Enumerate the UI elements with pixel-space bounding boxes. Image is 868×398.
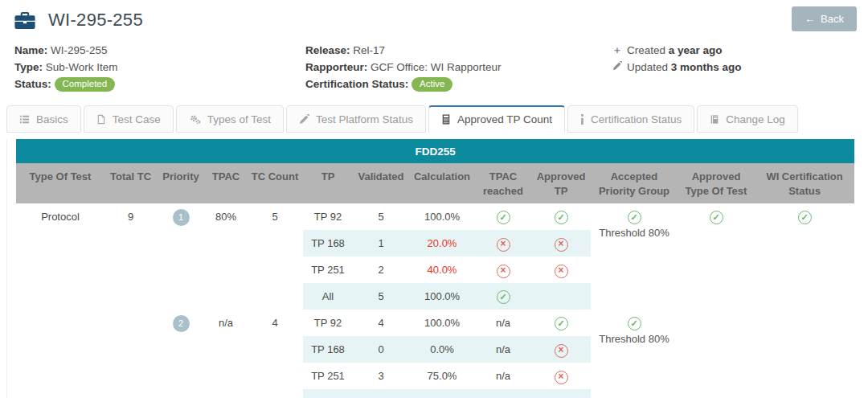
cell-calculation: 100.0% — [409, 310, 475, 336]
col-calculation: Calculation — [409, 163, 475, 203]
back-button[interactable]: ← Back — [792, 6, 857, 31]
cell-validated: 5 — [353, 203, 409, 230]
col-total-tc: Total TC — [104, 163, 157, 203]
na-text: n/a — [496, 370, 510, 382]
cell-priority: 2 — [157, 310, 205, 398]
metadata-column-middle: Release: Rel-17 Rapporteur: GCF Office: … — [305, 42, 611, 92]
status-badge: Completed — [55, 77, 116, 92]
cell-priority: 1 — [157, 203, 205, 310]
tab-label: Types of Test — [207, 113, 271, 125]
tab-approved-tp-count[interactable]: Approved TP Count — [428, 105, 565, 133]
check-circle-icon: ✓ — [497, 211, 510, 224]
cell-validated: 2 — [353, 256, 409, 283]
cell-wi-certification-status: ✓ — [755, 203, 854, 398]
col-priority: Priority — [157, 163, 205, 203]
cell-tpac-reached: × — [475, 230, 531, 256]
fdd-band-title: FDD255 — [16, 139, 854, 163]
threshold-label: Threshold 80% — [594, 333, 674, 345]
tab-label: Test Case — [113, 113, 161, 125]
file-icon — [96, 114, 106, 125]
tab-test-platform-status[interactable]: Test Platform Status — [286, 105, 426, 133]
cell-validated: 4 — [353, 389, 409, 398]
col-tp: TP — [303, 163, 353, 203]
cell-tp: TP 92 — [303, 310, 353, 336]
cell-validated: 5 — [353, 283, 409, 310]
cross-circle-icon: × — [555, 344, 568, 358]
tab-test-case[interactable]: Test Case — [84, 105, 174, 133]
check-circle-icon: ✓ — [628, 211, 641, 224]
metadata-column-left: Name: WI-295-255 Type: Sub-Work Item Sta… — [14, 42, 305, 92]
field-rapporteur: Rapporteur: GCF Office: WI Rapporteur — [305, 59, 611, 76]
cell-tpac-reached: n/a — [475, 389, 531, 398]
tab-certification-status[interactable]: Certification Status — [567, 105, 694, 133]
cell-tpac: n/a — [205, 310, 247, 398]
cell-validated: 3 — [353, 363, 409, 389]
cell-tpac-reached: n/a — [475, 336, 531, 363]
priority-badge: 1 — [173, 209, 190, 226]
check-circle-icon: ✓ — [710, 211, 723, 224]
info-icon — [580, 114, 584, 125]
cell-approved-type-of-test: ✓ — [678, 203, 755, 398]
check-circle-icon: ✓ — [555, 317, 568, 330]
check-circle-icon: ✓ — [555, 211, 568, 224]
metadata-column-right: +Created a year ago Updated 3 months ago — [611, 42, 857, 92]
threshold-label: Threshold 80% — [594, 227, 674, 239]
cell-tc-count: 4 — [247, 310, 303, 398]
cell-approved-tp — [531, 283, 591, 310]
tab-label: Test Platform Status — [316, 113, 413, 125]
cell-tpac-reached: ✓ — [475, 203, 531, 230]
cell-tpac: 80% — [205, 203, 247, 310]
cell-calculation: 100.0% — [409, 203, 475, 230]
cell-tp: TP 251 — [303, 256, 353, 283]
tab-label: Approved TP Count — [457, 113, 552, 125]
cell-approved-tp: × — [531, 230, 591, 256]
field-status: Status: Completed — [14, 76, 305, 92]
field-type: Type: Sub-Work Item — [14, 59, 305, 76]
briefcase-icon — [14, 12, 35, 29]
tab-change-log[interactable]: Change Log — [697, 105, 798, 133]
cell-tpac-reached: n/a — [475, 310, 531, 336]
tab-basics[interactable]: Basics — [6, 105, 81, 133]
plus-icon: + — [611, 42, 624, 59]
col-type-of-test: Type Of Test — [16, 163, 104, 203]
field-updated: Updated 3 months ago — [611, 59, 857, 76]
cell-total-tc: 9 — [104, 203, 157, 398]
cell-tp: TP 168 — [303, 336, 353, 363]
field-certification-status: Certification Status: Active — [305, 76, 611, 92]
cell-calculation: 75.0% — [409, 363, 475, 389]
title-row: WI-295-255 ← Back — [0, 6, 868, 34]
tab-label: Change Log — [726, 113, 785, 125]
page-title: WI-295-255 — [48, 10, 143, 31]
check-circle-icon: ✓ — [628, 317, 641, 330]
book-icon — [710, 114, 719, 125]
cell-validated: 0 — [353, 336, 409, 363]
table-row: Protocol9180%5TP 925100.0%✓✓✓Threshold 8… — [16, 203, 854, 230]
check-circle-icon: ✓ — [798, 211, 812, 224]
na-text: n/a — [496, 343, 510, 355]
cell-tp: TP 168 — [303, 230, 353, 256]
cell-approved-tp: × — [531, 336, 591, 363]
approved-tp-count-table: FDD255Type Of TestTotal TCPriorityTPACTC… — [16, 139, 854, 398]
cell-calculation: 100.0% — [409, 283, 475, 310]
cross-circle-icon: × — [555, 371, 568, 384]
pencil-icon — [611, 59, 624, 76]
field-release: Release: Rel-17 — [305, 42, 611, 59]
cell-tp: All — [303, 283, 353, 310]
col-approved-type-of-test: Approved Type Of Test — [678, 163, 755, 203]
calculator-icon — [441, 114, 451, 125]
na-text: n/a — [496, 317, 510, 329]
tab-types-of-test[interactable]: Types of Test — [176, 105, 284, 133]
tab-content: FDD255Type Of TestTotal TCPriorityTPACTC… — [6, 139, 857, 398]
cross-circle-icon: × — [497, 265, 510, 278]
cell-tp: TP 251 — [303, 363, 353, 389]
cell-tpac-reached: ✓ — [475, 283, 531, 310]
col-wi-certification-status: WI Certification Status — [755, 163, 854, 203]
cell-tp: All — [303, 389, 353, 398]
cell-tpac-reached: n/a — [475, 363, 531, 389]
certification-status-badge: Active — [411, 77, 452, 92]
cross-circle-icon: × — [555, 238, 568, 252]
cell-calculation: 0.0% — [409, 336, 475, 363]
cell-accepted-priority-group: ✓Threshold 80% — [591, 310, 678, 398]
field-name: Name: WI-295-255 — [14, 42, 305, 59]
metadata-panel: Name: WI-295-255 Type: Sub-Work Item Sta… — [0, 34, 868, 102]
